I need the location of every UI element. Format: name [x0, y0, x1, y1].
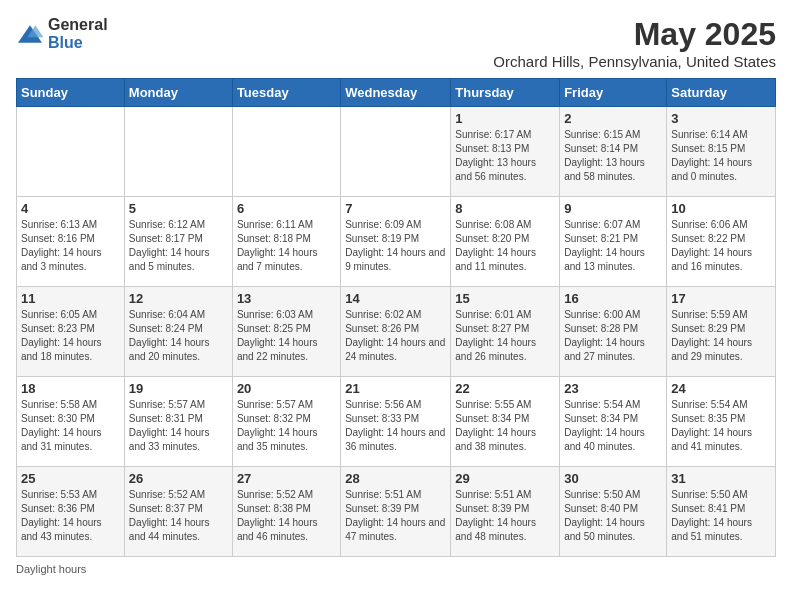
day-number: 18 — [21, 381, 120, 396]
day-info: Sunrise: 6:04 AM Sunset: 8:24 PM Dayligh… — [129, 308, 228, 364]
day-info: Sunrise: 6:14 AM Sunset: 8:15 PM Dayligh… — [671, 128, 771, 184]
calendar-cell: 3Sunrise: 6:14 AM Sunset: 8:15 PM Daylig… — [667, 107, 776, 197]
calendar-cell: 30Sunrise: 5:50 AM Sunset: 8:40 PM Dayli… — [560, 467, 667, 557]
day-number: 17 — [671, 291, 771, 306]
calendar-cell: 20Sunrise: 5:57 AM Sunset: 8:32 PM Dayli… — [232, 377, 340, 467]
day-info: Sunrise: 6:01 AM Sunset: 8:27 PM Dayligh… — [455, 308, 555, 364]
week-row-2: 4Sunrise: 6:13 AM Sunset: 8:16 PM Daylig… — [17, 197, 776, 287]
day-info: Sunrise: 6:05 AM Sunset: 8:23 PM Dayligh… — [21, 308, 120, 364]
day-number: 2 — [564, 111, 662, 126]
header-row: SundayMondayTuesdayWednesdayThursdayFrid… — [17, 79, 776, 107]
logo-general: General — [48, 16, 108, 33]
day-number: 31 — [671, 471, 771, 486]
day-info: Sunrise: 6:11 AM Sunset: 8:18 PM Dayligh… — [237, 218, 336, 274]
header-day-friday: Friday — [560, 79, 667, 107]
calendar-cell: 24Sunrise: 5:54 AM Sunset: 8:35 PM Dayli… — [667, 377, 776, 467]
day-number: 24 — [671, 381, 771, 396]
footer-text: Daylight hours — [16, 563, 86, 575]
calendar-cell: 11Sunrise: 6:05 AM Sunset: 8:23 PM Dayli… — [17, 287, 125, 377]
day-number: 28 — [345, 471, 446, 486]
calendar-cell: 22Sunrise: 5:55 AM Sunset: 8:34 PM Dayli… — [451, 377, 560, 467]
day-info: Sunrise: 6:17 AM Sunset: 8:13 PM Dayligh… — [455, 128, 555, 184]
day-info: Sunrise: 5:51 AM Sunset: 8:39 PM Dayligh… — [345, 488, 446, 544]
day-info: Sunrise: 5:56 AM Sunset: 8:33 PM Dayligh… — [345, 398, 446, 454]
day-number: 13 — [237, 291, 336, 306]
day-info: Sunrise: 5:54 AM Sunset: 8:35 PM Dayligh… — [671, 398, 771, 454]
calendar-header: SundayMondayTuesdayWednesdayThursdayFrid… — [17, 79, 776, 107]
day-number: 11 — [21, 291, 120, 306]
calendar-cell: 17Sunrise: 5:59 AM Sunset: 8:29 PM Dayli… — [667, 287, 776, 377]
header-day-tuesday: Tuesday — [232, 79, 340, 107]
calendar-cell: 25Sunrise: 5:53 AM Sunset: 8:36 PM Dayli… — [17, 467, 125, 557]
month-title: May 2025 — [493, 16, 776, 53]
calendar-cell: 2Sunrise: 6:15 AM Sunset: 8:14 PM Daylig… — [560, 107, 667, 197]
day-number: 27 — [237, 471, 336, 486]
calendar-cell: 29Sunrise: 5:51 AM Sunset: 8:39 PM Dayli… — [451, 467, 560, 557]
calendar-cell: 5Sunrise: 6:12 AM Sunset: 8:17 PM Daylig… — [124, 197, 232, 287]
calendar-cell: 26Sunrise: 5:52 AM Sunset: 8:37 PM Dayli… — [124, 467, 232, 557]
calendar-cell: 31Sunrise: 5:50 AM Sunset: 8:41 PM Dayli… — [667, 467, 776, 557]
day-number: 15 — [455, 291, 555, 306]
week-row-4: 18Sunrise: 5:58 AM Sunset: 8:30 PM Dayli… — [17, 377, 776, 467]
week-row-1: 1Sunrise: 6:17 AM Sunset: 8:13 PM Daylig… — [17, 107, 776, 197]
calendar-cell: 8Sunrise: 6:08 AM Sunset: 8:20 PM Daylig… — [451, 197, 560, 287]
calendar-cell — [17, 107, 125, 197]
calendar-cell: 18Sunrise: 5:58 AM Sunset: 8:30 PM Dayli… — [17, 377, 125, 467]
day-number: 1 — [455, 111, 555, 126]
day-info: Sunrise: 5:54 AM Sunset: 8:34 PM Dayligh… — [564, 398, 662, 454]
day-info: Sunrise: 6:00 AM Sunset: 8:28 PM Dayligh… — [564, 308, 662, 364]
day-info: Sunrise: 5:58 AM Sunset: 8:30 PM Dayligh… — [21, 398, 120, 454]
calendar-cell: 12Sunrise: 6:04 AM Sunset: 8:24 PM Dayli… — [124, 287, 232, 377]
day-number: 8 — [455, 201, 555, 216]
day-number: 22 — [455, 381, 555, 396]
day-info: Sunrise: 5:52 AM Sunset: 8:38 PM Dayligh… — [237, 488, 336, 544]
header-day-saturday: Saturday — [667, 79, 776, 107]
day-info: Sunrise: 6:06 AM Sunset: 8:22 PM Dayligh… — [671, 218, 771, 274]
calendar-body: 1Sunrise: 6:17 AM Sunset: 8:13 PM Daylig… — [17, 107, 776, 557]
title-block: May 2025 Orchard Hills, Pennsylvania, Un… — [493, 16, 776, 70]
day-info: Sunrise: 5:57 AM Sunset: 8:31 PM Dayligh… — [129, 398, 228, 454]
day-info: Sunrise: 6:09 AM Sunset: 8:19 PM Dayligh… — [345, 218, 446, 274]
day-info: Sunrise: 5:51 AM Sunset: 8:39 PM Dayligh… — [455, 488, 555, 544]
week-row-5: 25Sunrise: 5:53 AM Sunset: 8:36 PM Dayli… — [17, 467, 776, 557]
logo-text: General Blue — [48, 16, 108, 52]
day-number: 21 — [345, 381, 446, 396]
footer-note: Daylight hours — [16, 563, 776, 575]
day-number: 9 — [564, 201, 662, 216]
logo: General Blue — [16, 16, 108, 52]
day-number: 30 — [564, 471, 662, 486]
calendar-cell — [124, 107, 232, 197]
day-info: Sunrise: 5:50 AM Sunset: 8:40 PM Dayligh… — [564, 488, 662, 544]
calendar-cell: 6Sunrise: 6:11 AM Sunset: 8:18 PM Daylig… — [232, 197, 340, 287]
day-info: Sunrise: 6:08 AM Sunset: 8:20 PM Dayligh… — [455, 218, 555, 274]
day-info: Sunrise: 5:55 AM Sunset: 8:34 PM Dayligh… — [455, 398, 555, 454]
day-info: Sunrise: 5:59 AM Sunset: 8:29 PM Dayligh… — [671, 308, 771, 364]
day-number: 5 — [129, 201, 228, 216]
day-number: 6 — [237, 201, 336, 216]
day-number: 16 — [564, 291, 662, 306]
day-info: Sunrise: 6:13 AM Sunset: 8:16 PM Dayligh… — [21, 218, 120, 274]
calendar-cell: 28Sunrise: 5:51 AM Sunset: 8:39 PM Dayli… — [341, 467, 451, 557]
week-row-3: 11Sunrise: 6:05 AM Sunset: 8:23 PM Dayli… — [17, 287, 776, 377]
day-number: 7 — [345, 201, 446, 216]
calendar-table: SundayMondayTuesdayWednesdayThursdayFrid… — [16, 78, 776, 557]
day-info: Sunrise: 5:52 AM Sunset: 8:37 PM Dayligh… — [129, 488, 228, 544]
day-info: Sunrise: 5:50 AM Sunset: 8:41 PM Dayligh… — [671, 488, 771, 544]
logo-icon — [16, 24, 44, 44]
day-number: 4 — [21, 201, 120, 216]
day-number: 26 — [129, 471, 228, 486]
header-day-thursday: Thursday — [451, 79, 560, 107]
calendar-cell — [341, 107, 451, 197]
calendar-cell: 9Sunrise: 6:07 AM Sunset: 8:21 PM Daylig… — [560, 197, 667, 287]
day-info: Sunrise: 6:02 AM Sunset: 8:26 PM Dayligh… — [345, 308, 446, 364]
header-day-wednesday: Wednesday — [341, 79, 451, 107]
day-info: Sunrise: 6:15 AM Sunset: 8:14 PM Dayligh… — [564, 128, 662, 184]
day-number: 14 — [345, 291, 446, 306]
calendar-cell: 15Sunrise: 6:01 AM Sunset: 8:27 PM Dayli… — [451, 287, 560, 377]
day-number: 12 — [129, 291, 228, 306]
day-number: 20 — [237, 381, 336, 396]
day-number: 10 — [671, 201, 771, 216]
calendar-cell: 27Sunrise: 5:52 AM Sunset: 8:38 PM Dayli… — [232, 467, 340, 557]
calendar-cell: 1Sunrise: 6:17 AM Sunset: 8:13 PM Daylig… — [451, 107, 560, 197]
calendar-cell: 19Sunrise: 5:57 AM Sunset: 8:31 PM Dayli… — [124, 377, 232, 467]
